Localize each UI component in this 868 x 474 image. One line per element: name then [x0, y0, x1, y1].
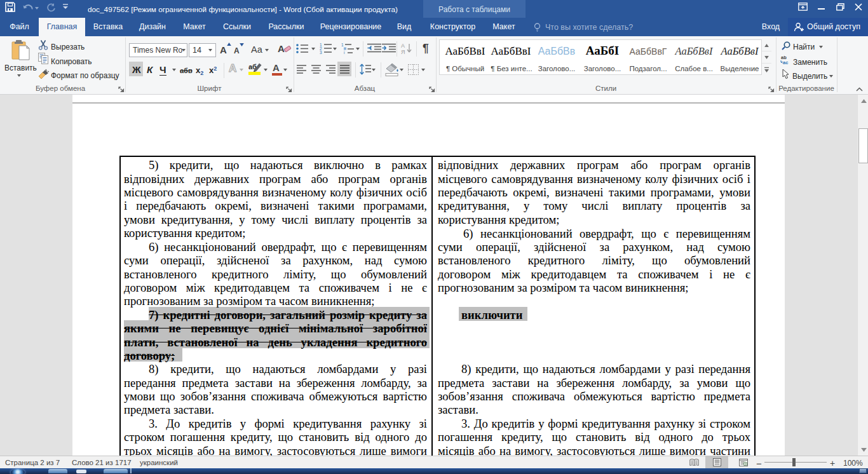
svg-text:і: і [344, 50, 344, 55]
svg-text:А: А [401, 43, 405, 49]
svg-text:ac: ac [783, 60, 788, 64]
svg-text:Я: Я [401, 49, 405, 55]
svg-text:3: 3 [320, 50, 322, 54]
svg-text:1: 1 [341, 43, 344, 47]
